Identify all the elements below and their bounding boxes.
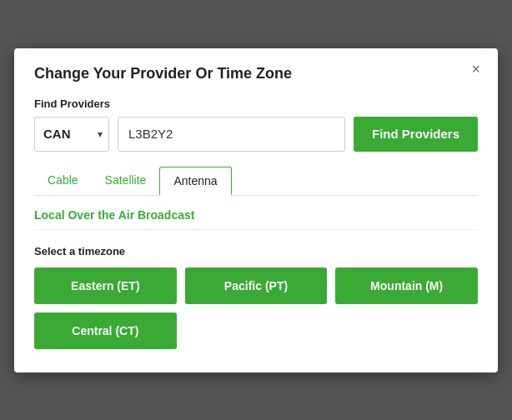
zip-input[interactable] [118,117,345,152]
local-broadcast-label: Local Over the Air Broadcast [34,208,194,222]
dialog: × Change Your Provider Or Time Zone Find… [14,48,498,372]
modal-title: Change Your Provider Or Time Zone [34,65,478,82]
tab-antenna[interactable]: Antenna [159,167,231,196]
timezone-eastern-button[interactable]: Eastern (ET) [34,268,177,304]
timezone-central-button[interactable]: Central (CT) [34,312,177,349]
close-button[interactable]: × [467,60,484,78]
find-providers-label: Find Providers [34,98,478,110]
tabs-row: Cable Satellite Antenna [34,167,478,196]
timezone-grid: Eastern (ET) Pacific (PT) Mountain (M) C… [34,268,478,349]
timezone-pacific-button[interactable]: Pacific (PT) [185,268,328,304]
timezone-section: Select a timezone Eastern (ET) Pacific (… [34,245,478,349]
timezone-mountain-button[interactable]: Mountain (M) [335,268,478,304]
country-select-wrapper: CAN USA ▾ [34,117,109,152]
provider-section: Local Over the Air Broadcast [34,196,478,230]
country-select[interactable]: CAN USA [34,117,109,152]
tab-cable[interactable]: Cable [34,167,92,196]
tab-satellite[interactable]: Satellite [92,167,160,196]
modal-overlay: × Change Your Provider Or Time Zone Find… [0,0,512,420]
timezone-section-label: Select a timezone [34,245,478,258]
find-providers-button[interactable]: Find Providers [354,117,478,152]
find-providers-row: CAN USA ▾ Find Providers [34,117,478,152]
